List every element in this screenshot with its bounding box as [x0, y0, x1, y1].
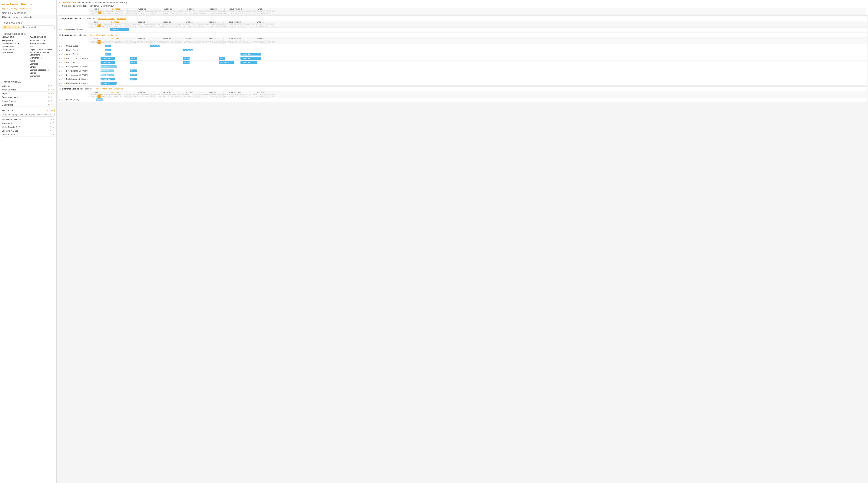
arrow-icon[interactable]: ➜	[64, 61, 65, 64]
menu-icon[interactable]: ☰	[53, 122, 55, 124]
arrow-icon[interactable]: ➜	[64, 53, 65, 55]
project-esquimaux[interactable]: Esquimaux 👁 ☰	[2, 121, 55, 125]
arrow-right-icon[interactable]: ➜	[53, 85, 55, 87]
arrow-right-icon[interactable]: ➜	[53, 100, 55, 102]
arrow-right-icon[interactable]: ➜	[53, 96, 55, 98]
new-project-button[interactable]: + New	[46, 109, 55, 112]
info-icon[interactable]: ⓘ	[61, 65, 63, 68]
browse-fablab[interactable]: Aalto Fablab	[2, 45, 27, 48]
expand-icon[interactable]: ▶	[59, 99, 61, 101]
eye-icon-ghost[interactable]: ○	[51, 133, 52, 136]
clear-preview-btn[interactable]: Clear Preview	[100, 5, 113, 7]
arrow-icon[interactable]: ➜	[64, 78, 65, 80]
learn-more-link[interactable]: Learn more	[20, 7, 31, 10]
project-info-link-supreme-nachos[interactable]: Project information	[95, 88, 112, 90]
expand-icon[interactable]: ▶	[59, 57, 61, 59]
expand-icon[interactable]: ▶	[59, 78, 61, 80]
info-icon[interactable]: ⓘ	[61, 98, 63, 101]
eye-icon[interactable]: 👁	[50, 122, 52, 124]
save-favorite-btn[interactable]: Save items as favorite list...	[62, 5, 88, 7]
arrow-icon[interactable]: ➜	[64, 66, 65, 68]
info-icon[interactable]: ⓘ	[61, 45, 63, 48]
copy-icon[interactable]: ⎘	[48, 85, 50, 87]
arrow-right-icon[interactable]: ➜	[53, 92, 55, 94]
info-icon[interactable]: ⓘ	[61, 57, 63, 60]
menu-icon[interactable]: ☰	[53, 130, 55, 132]
browse-stands[interactable]: Stands	[30, 72, 55, 75]
info-icon[interactable]: ⓘ	[61, 74, 63, 77]
sign-in-link[interactable]: Sign in	[2, 7, 8, 10]
arrow-icon[interactable]: ➜	[64, 74, 65, 76]
eye-icon[interactable]: 👁	[50, 126, 52, 128]
info-icon[interactable]: ⓘ	[61, 49, 63, 52]
remove-icon[interactable]: ✕	[50, 96, 52, 98]
settings-link[interactable]: Settings	[10, 7, 18, 10]
menu-icon[interactable]: ☰	[53, 133, 55, 136]
arrow-icon[interactable]: ➜	[64, 82, 65, 84]
copy-icon[interactable]: ⎘	[48, 88, 50, 91]
expand-icon[interactable]: ▶	[59, 29, 61, 31]
resource-filter-dropdown[interactable]: All resources	[2, 25, 20, 29]
arrow-right-icon[interactable]: ➜	[53, 88, 55, 91]
copy-icon[interactable]: ⎘	[48, 104, 50, 106]
menu-icon[interactable]: ☰	[53, 118, 55, 121]
resource-search-input[interactable]	[22, 25, 55, 29]
expand-icon[interactable]: ▶	[59, 61, 61, 64]
expand-icon[interactable]: ▶	[59, 45, 61, 47]
browse-camera-accessories[interactable]: Camera accessories	[30, 68, 55, 72]
expand-icon[interactable]: ▶	[59, 70, 61, 72]
sort-items-btn[interactable]: Sort items	[89, 5, 99, 7]
remove-icon[interactable]: ✕	[50, 104, 52, 106]
browse-digital-cinema[interactable]: Digital Cinema Cameras	[30, 48, 55, 51]
info-icon[interactable]: ⓘ	[61, 78, 63, 81]
remove-icon[interactable]: ✕	[50, 92, 52, 94]
menu-icon[interactable]: ☰	[53, 126, 55, 128]
project-supreme-nachos[interactable]: Supreme Nachos 👁 ☰	[2, 129, 55, 133]
browse-misc[interactable]: Misc	[30, 45, 55, 48]
project-world-tourette[interactable]: World Tourette 2021 ○ ☰	[2, 133, 55, 137]
info-icon[interactable]: ⓘ	[61, 70, 63, 72]
copy-icon[interactable]: ⎘	[48, 96, 50, 98]
info-icon[interactable]: ⓘ	[61, 28, 63, 31]
browse-lenses[interactable]: Lenses	[30, 65, 55, 68]
remove-icon[interactable]: ✕	[50, 100, 52, 102]
project-mister-bao[interactable]: Mister Bao Su Su Su 👁 ☰	[2, 125, 55, 129]
expand-icon[interactable]: ▶	[59, 49, 61, 51]
info-icon[interactable]: ⓘ	[61, 61, 63, 64]
arrow-icon[interactable]: ➜	[64, 70, 65, 72]
expand-icon[interactable]: ▶	[59, 66, 61, 68]
projects-search-input[interactable]	[2, 113, 55, 116]
arrow-icon[interactable]: ➜	[64, 49, 65, 51]
arrow-icon[interactable]: ➜	[64, 57, 65, 59]
browse-acoustics-lab[interactable]: Aalto Acoustics Lab	[2, 42, 27, 45]
expand-icon[interactable]: ▶	[59, 53, 61, 55]
browse-aalto-studios[interactable]: Aalto Studios	[2, 48, 27, 51]
info-icon[interactable]: ⓘ	[61, 82, 63, 85]
arrow-icon[interactable]: ➜	[64, 99, 65, 101]
browse-everywhere[interactable]: Everywhere	[2, 39, 27, 42]
browse-vare-takeout[interactable]: Våre Takeout	[2, 51, 27, 54]
remove-icon[interactable]: ✕	[50, 85, 52, 87]
browse-microphones[interactable]: Microphones	[30, 56, 55, 59]
arrow-icon[interactable]: ➜	[64, 29, 65, 31]
project-info-link-flip-side[interactable]: Project information	[98, 18, 115, 20]
arrow-right-icon[interactable]: ➜	[53, 104, 55, 106]
eye-icon[interactable]: 👁	[50, 130, 52, 132]
sort-items-link-flip-side[interactable]: Sort items	[117, 18, 126, 20]
sort-items-link-supreme-nachos[interactable]: Sort items	[114, 88, 123, 90]
project-info-link-esquimaux[interactable]: Project information	[89, 34, 106, 36]
eye-icon[interactable]: 👁	[50, 118, 52, 121]
browse-audio[interactable]: Audio	[30, 59, 55, 62]
copy-icon[interactable]: ⎘	[48, 100, 50, 102]
browse-cameras[interactable]: Cameras	[30, 62, 55, 65]
remove-icon[interactable]: ✕	[50, 88, 52, 91]
arrow-icon[interactable]: ➜	[64, 45, 65, 47]
info-icon[interactable]: ⓘ	[61, 53, 63, 56]
browse-pro-cinema[interactable]: Professional Cinema Equipment	[30, 51, 55, 56]
copy-icon[interactable]: ⎘	[48, 92, 50, 94]
sort-items-link-esquimaux[interactable]: Sort items	[108, 34, 117, 36]
expand-icon[interactable]: ▶	[59, 82, 61, 84]
browse-projectors[interactable]: Projectors & TVs	[30, 39, 55, 42]
browse-phones[interactable]: Phones & Tablets	[30, 42, 55, 45]
browse-computers[interactable]: Computers	[30, 75, 55, 78]
